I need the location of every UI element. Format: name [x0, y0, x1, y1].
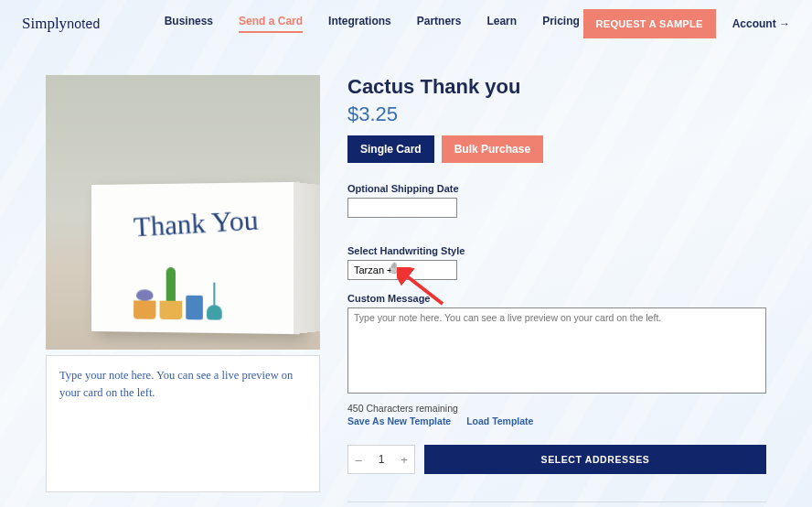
handwriting-style-select[interactable]: [347, 260, 457, 280]
nav-partners[interactable]: Partners: [417, 15, 462, 33]
succulent-icon: [134, 300, 155, 318]
custom-message-group: Custom Message: [347, 293, 766, 397]
load-template-link[interactable]: Load Template: [466, 415, 533, 426]
qty-increase-button[interactable]: +: [394, 453, 414, 467]
shipping-date-group: Optional Shipping Date: [347, 183, 766, 218]
shipping-date-input[interactable]: [347, 198, 457, 218]
request-sample-button[interactable]: REQUEST A SAMPLE: [583, 9, 716, 38]
save-template-link[interactable]: Save As New Template: [347, 415, 451, 426]
description-section: DESCRIPTION Price Includes Shipping: [347, 502, 766, 507]
plants-illustration: [134, 295, 222, 319]
card-front-text: Thank You: [133, 204, 259, 243]
card-mockup: Thank You: [91, 182, 300, 334]
bulk-purchase-button[interactable]: Bulk Purchase: [442, 135, 543, 163]
nav-business[interactable]: Business: [165, 15, 213, 33]
account-link[interactable]: Account →: [732, 17, 790, 30]
live-preview: Type your note here. You can see a live …: [46, 355, 320, 492]
product-title: Cactus Thank you: [347, 75, 766, 99]
logo[interactable]: Simplynoted: [22, 15, 101, 33]
purchase-type-toggle: Single Card Bulk Purchase: [347, 135, 766, 163]
cactus-icon: [160, 301, 183, 320]
quantity-row: – 1 + SELECT ADDRESSES: [347, 445, 766, 474]
custom-message-label: Custom Message: [347, 293, 766, 304]
product-price: $3.25: [347, 102, 766, 126]
quantity-stepper: – 1 +: [347, 445, 415, 474]
characters-remaining: 450 Characters remaining: [347, 403, 766, 414]
custom-message-textarea[interactable]: [347, 307, 766, 394]
content: Thank You Type your note here. You can s…: [0, 48, 812, 507]
nav-pricing[interactable]: Pricing: [542, 15, 580, 33]
header: Simplynoted Business Send a Card Integra…: [0, 0, 812, 48]
nav-integrations[interactable]: Integrations: [328, 15, 391, 33]
single-card-button[interactable]: Single Card: [347, 135, 434, 163]
handwriting-style-group: Select Handwriting Style ✋: [347, 245, 766, 280]
logo-script: Simply: [22, 15, 67, 32]
select-addresses-button[interactable]: SELECT ADDRESSES: [424, 445, 766, 474]
twig-icon: [207, 305, 222, 320]
left-column: Thank You Type your note here. You can s…: [46, 75, 320, 507]
qty-decrease-button[interactable]: –: [348, 453, 369, 467]
top-nav: Business Send a Card Integrations Partne…: [165, 15, 580, 33]
right-column: Cactus Thank you $3.25 Single Card Bulk …: [347, 75, 766, 507]
template-links: Save As New Template Load Template: [347, 415, 766, 426]
product-image: Thank You: [46, 75, 320, 350]
handwriting-style-label: Select Handwriting Style: [347, 245, 766, 256]
shipping-date-label: Optional Shipping Date: [347, 183, 766, 194]
qty-value: 1: [369, 453, 394, 466]
glass-icon: [186, 296, 203, 320]
nav-learn[interactable]: Learn: [486, 15, 517, 33]
logo-rest: noted: [67, 16, 101, 31]
nav-send-card[interactable]: Send a Card: [239, 15, 303, 33]
